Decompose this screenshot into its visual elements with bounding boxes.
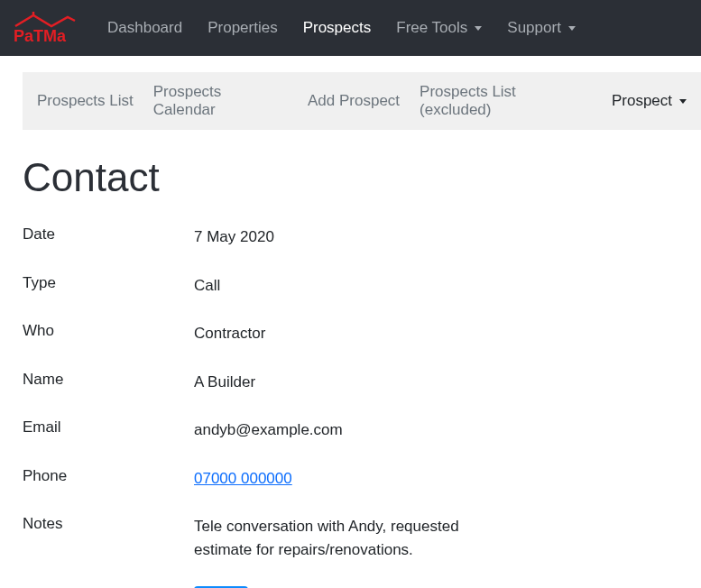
field-value: Call: [194, 274, 220, 298]
nav-label: Free Tools: [396, 19, 467, 37]
subnav-add-prospect[interactable]: Add Prospect: [308, 92, 400, 110]
nav-label: Dashboard: [107, 19, 182, 37]
field-label: Type: [23, 274, 194, 298]
field-value: 7 May 2020: [194, 225, 274, 249]
field-label: Who: [23, 322, 194, 345]
navbar: PaTMa Dashboard Properties Prospects Fre…: [0, 0, 701, 56]
subnav: Prospects List Prospects Calendar Add Pr…: [23, 72, 701, 130]
svg-text:PaTMa: PaTMa: [14, 27, 67, 45]
nav-properties[interactable]: Properties: [195, 12, 290, 44]
field-name: Name A Builder: [23, 371, 678, 394]
field-value: andyb@example.com: [194, 418, 343, 442]
field-who: Who Contractor: [23, 322, 678, 345]
chevron-down-icon: [475, 26, 482, 31]
nav-dashboard[interactable]: Dashboard: [95, 12, 195, 44]
nav-label: Support: [507, 19, 561, 37]
subnav-prospects-list[interactable]: Prospects List: [37, 92, 134, 110]
field-value: Contractor: [194, 322, 265, 345]
logo-icon: PaTMa: [14, 10, 77, 46]
field-label: Phone: [23, 467, 194, 491]
field-phone: Phone 07000 000000: [23, 467, 678, 491]
subnav-label: Prospects List: [37, 92, 134, 109]
nav-free-tools[interactable]: Free Tools: [383, 12, 494, 44]
field-value: 07000 000000: [194, 467, 292, 491]
page-title: Contact: [23, 155, 701, 200]
nav-items: Dashboard Properties Prospects Free Tool…: [95, 12, 588, 44]
field-date: Date 7 May 2020: [23, 225, 678, 249]
subnav-prospect[interactable]: Prospect: [612, 92, 687, 110]
field-notes: Notes Tele conversation with Andy, reque…: [23, 515, 678, 561]
subnav-label: Prospects Calendar: [153, 83, 222, 118]
nav-label: Properties: [208, 19, 277, 37]
field-email: Email andyb@example.com: [23, 418, 678, 442]
subnav-label: Prospect: [612, 92, 672, 110]
field-label: Date: [23, 225, 194, 249]
field-type: Type Call: [23, 274, 678, 298]
field-label: Name: [23, 371, 194, 394]
field-value: A Builder: [194, 371, 255, 394]
field-label: Notes: [23, 515, 194, 561]
chevron-down-icon: [568, 26, 576, 31]
logo[interactable]: PaTMa: [14, 10, 77, 46]
subnav-label: Add Prospect: [308, 92, 400, 109]
content: Date 7 May 2020 Type Call Who Contractor…: [0, 225, 701, 588]
phone-link[interactable]: 07000 000000: [194, 470, 292, 487]
nav-label: Prospects: [303, 19, 372, 37]
subnav-label: Prospects List (excluded): [420, 83, 516, 118]
subnav-prospects-calendar[interactable]: Prospects Calendar: [153, 83, 288, 119]
field-value: Tele conversation with Andy, requested e…: [194, 515, 519, 561]
subnav-prospects-list-excluded[interactable]: Prospects List (excluded): [420, 83, 592, 119]
nav-prospects[interactable]: Prospects: [291, 12, 384, 44]
nav-support[interactable]: Support: [494, 12, 588, 44]
chevron-down-icon: [679, 99, 687, 104]
field-label: Email: [23, 418, 194, 442]
